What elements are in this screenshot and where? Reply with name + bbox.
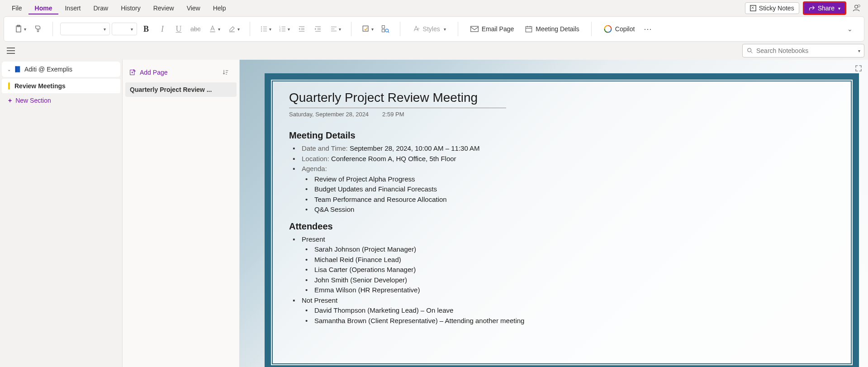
font-color-button[interactable]: ▾ (205, 22, 223, 36)
ribbon-collapse-button[interactable]: ⌄ (842, 22, 857, 36)
menu-insert[interactable]: Insert (58, 2, 87, 14)
svg-text:3: 3 (279, 30, 280, 32)
svg-point-2 (858, 5, 860, 7)
format-painter-button[interactable] (31, 22, 45, 36)
italic-button[interactable]: I (155, 22, 170, 36)
page-time: 2:59 PM (382, 111, 404, 118)
svg-rect-50 (15, 66, 16, 72)
attendees-heading: Attendees (289, 221, 835, 232)
share-button[interactable]: Share ▾ (803, 1, 846, 15)
tags-button[interactable]: ▾ (359, 22, 376, 36)
svg-rect-6 (229, 31, 235, 33)
chevron-down-icon: ▾ (269, 27, 271, 32)
chevron-down-icon: ▾ (339, 27, 341, 32)
expand-canvas-button[interactable] (854, 64, 863, 72)
find-tags-button[interactable] (378, 22, 393, 36)
bullets-button[interactable]: ▾ (257, 22, 274, 36)
menu-file[interactable]: File (5, 2, 28, 14)
pages-sidebar: Add Page Quarterly Project Review ... (122, 60, 240, 367)
add-page-icon (129, 69, 136, 76)
secondary-bar: ▾ (0, 42, 868, 60)
svg-rect-32 (382, 29, 384, 32)
navigation-toggle-button[interactable] (4, 43, 18, 58)
styles-label: Styles (423, 25, 440, 33)
font-family-select[interactable]: ▾ (60, 23, 110, 35)
plus-icon: + (8, 97, 12, 104)
present-label: Present (302, 235, 325, 243)
page-date: Saturday, September 28, 2024 (289, 111, 369, 118)
chevron-down-icon: ⌄ (7, 67, 11, 72)
increase-indent-button[interactable] (311, 22, 325, 36)
sort-pages-button[interactable] (218, 65, 233, 80)
attendee-item: John Smith (Senior Developer) (314, 275, 835, 286)
main-area: ⌄ Aditi @ Exemplis Review Meetings + New… (0, 60, 868, 367)
datetime-label: Date and Time: (302, 144, 348, 152)
svg-rect-31 (382, 26, 384, 29)
page-title[interactable]: Quarterly Project Review Meeting (289, 91, 506, 108)
new-section-button[interactable]: + New Section (2, 93, 120, 108)
notebook-name: Aditi @ Exemplis (24, 66, 72, 73)
svg-point-8 (261, 29, 261, 29)
sticky-notes-button[interactable]: Sticky Notes (745, 2, 799, 14)
page-meta: Saturday, September 28, 2024 2:59 PM (289, 111, 835, 118)
attendee-item: Sarah Johnson (Project Manager) (314, 244, 835, 255)
meeting-details-heading: Meeting Details (289, 130, 835, 141)
section-item-review-meetings[interactable]: Review Meetings (2, 79, 120, 93)
not-present-label: Not Present (302, 296, 337, 304)
note-canvas[interactable]: Quarterly Project Review Meeting Saturda… (240, 60, 868, 367)
paste-button[interactable]: ▾ (11, 22, 29, 36)
account-button[interactable] (850, 2, 863, 14)
svg-point-9 (261, 30, 261, 31)
menu-draw[interactable]: Draw (87, 2, 114, 14)
search-input[interactable] (756, 47, 857, 54)
note-body[interactable]: Meeting Details Date and Time: September… (289, 130, 835, 326)
svg-rect-36 (526, 27, 532, 32)
agenda-label: Agenda: (302, 165, 327, 172)
notebook-selector[interactable]: ⌄ Aditi @ Exemplis (2, 62, 120, 77)
bold-button[interactable]: B (139, 22, 153, 36)
menu-review[interactable]: Review (147, 2, 180, 14)
menu-home[interactable]: Home (28, 2, 59, 14)
add-page-button[interactable]: Add Page (129, 69, 168, 76)
menu-help[interactable]: Help (207, 2, 232, 14)
svg-rect-5 (210, 31, 215, 33)
meeting-details-button[interactable]: Meeting Details (520, 22, 584, 36)
copilot-button[interactable]: Copilot (599, 22, 640, 36)
numbering-button[interactable]: 123 ▾ (276, 22, 293, 36)
attendee-item: Michael Reid (Finance Lead) (314, 255, 835, 265)
chevron-down-icon: ▾ (218, 27, 220, 32)
meeting-details-label: Meeting Details (536, 25, 579, 33)
menu-view[interactable]: View (180, 2, 207, 14)
add-page-label: Add Page (140, 69, 168, 76)
search-container: ▾ (742, 44, 864, 57)
svg-line-48 (751, 52, 752, 53)
chevron-down-icon: ▾ (444, 27, 446, 32)
svg-point-7 (261, 26, 261, 27)
svg-point-33 (385, 29, 389, 32)
section-color-marker (8, 82, 10, 90)
page-frame: Quarterly Project Review Meeting Saturda… (265, 73, 859, 367)
svg-point-47 (748, 48, 751, 52)
svg-rect-35 (470, 26, 478, 32)
styles-button[interactable]: Styles ▾ (408, 22, 451, 36)
highlight-button[interactable]: ▾ (225, 22, 242, 36)
decrease-indent-button[interactable] (294, 22, 309, 36)
more-commands-button[interactable]: ⋯ (641, 22, 655, 36)
attendee-item: Emma Wilson (HR Representative) (314, 285, 835, 296)
chevron-down-icon: ▾ (24, 27, 26, 32)
section-label: Review Meetings (14, 82, 66, 90)
menu-bar: File Home Insert Draw History Review Vie… (0, 0, 868, 16)
page-item[interactable]: Quarterly Project Review ... (125, 82, 237, 97)
align-button[interactable]: ▾ (327, 22, 344, 36)
underline-button[interactable]: U (171, 22, 186, 36)
chevron-down-icon[interactable]: ▾ (858, 48, 860, 53)
new-section-label: New Section (15, 97, 51, 104)
datetime-value: September 28, 2024, 10:00 AM – 11:30 AM (350, 144, 480, 152)
email-page-button[interactable]: Email Page (465, 22, 519, 36)
attendee-item: Samantha Brown (Client Representative) –… (314, 316, 835, 326)
strikethrough-button[interactable]: abc (188, 22, 204, 36)
font-size-select[interactable]: ▾ (112, 23, 137, 35)
menu-history[interactable]: History (114, 2, 147, 14)
chevron-down-icon: ▾ (371, 27, 374, 32)
sticky-notes-label: Sticky Notes (759, 5, 794, 12)
